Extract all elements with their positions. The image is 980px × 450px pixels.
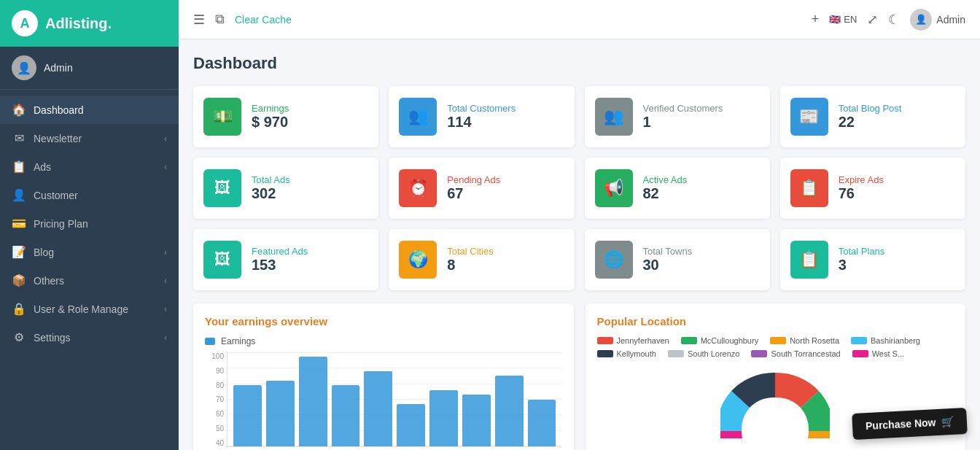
sidebar-user: 👤 Admin [0, 47, 179, 90]
chevron-icon: ‹ [164, 333, 167, 343]
stat-icon: 👥 [399, 98, 437, 136]
stat-icon: 💵 [203, 98, 241, 136]
legend-dot [597, 337, 613, 344]
external-link-button[interactable]: ⧉ [215, 12, 225, 27]
stat-info: Total Customers 114 [447, 103, 516, 131]
stat-value: 114 [447, 114, 516, 131]
chart-bar [299, 357, 327, 446]
add-button[interactable]: + [812, 12, 820, 27]
brand-icon: A [12, 10, 38, 36]
sidebar-item-settings[interactable]: ⚙ Settings ‹ [0, 323, 179, 352]
stat-card-2[interactable]: 👥 Verified Customers 1 [585, 86, 770, 147]
topbar-left: ☰ ⧉ Clear Cache [193, 12, 801, 28]
stat-card-1[interactable]: 👥 Total Customers 114 [389, 86, 574, 147]
sidebar-item-user-&-role-manage[interactable]: 🔒 User & Role Manage ‹ [0, 295, 179, 323]
sidebar-item-newsletter[interactable]: ✉ Newsletter ‹ [0, 124, 179, 152]
stat-label: Total Cities [447, 246, 494, 257]
sidebar-item-ads[interactable]: 📋 Ads ‹ [0, 152, 179, 181]
stat-card-10[interactable]: 🌐 Total Towns 30 [585, 229, 770, 290]
chevron-icon: ‹ [164, 247, 167, 257]
legend-item: South Torrancestad [751, 349, 840, 358]
sidebar-item-others[interactable]: 📦 Others ‹ [0, 266, 179, 295]
stat-info: Active Ads 82 [643, 174, 688, 202]
legend-dot [681, 337, 697, 344]
user-name: Admin [44, 62, 73, 74]
y-label: 90 [205, 367, 224, 375]
language-button[interactable]: 🇬🇧 EN [829, 14, 857, 25]
stat-info: Expire Ads 76 [839, 174, 884, 202]
nav-icon: ✉ [12, 131, 26, 145]
stat-label: Total Towns [643, 246, 693, 257]
topbar-right: + 🇬🇧 EN ⤢ ☾ 👤 Admin [812, 9, 965, 31]
stats-grid: 💵 Earnings $ 970 👥 Total Customers 114 👥… [193, 86, 965, 290]
stat-value: 82 [643, 185, 688, 202]
stat-label: Verified Customers [643, 103, 723, 114]
stat-card-9[interactable]: 🌍 Total Cities 8 [389, 229, 574, 290]
sidebar-item-customer[interactable]: 👤 Customer [0, 181, 179, 209]
main-panel: ☰ ⧉ Clear Cache + 🇬🇧 EN ⤢ ☾ 👤 Admin Dash… [179, 0, 980, 450]
stat-card-7[interactable]: 📋 Expire Ads 76 [780, 158, 965, 219]
sidebar-item-blog[interactable]: 📝 Blog ‹ [0, 238, 179, 266]
lang-label: EN [844, 14, 857, 25]
nav-icon: 🏠 [12, 103, 26, 117]
nav-icon: 👤 [12, 188, 26, 202]
nav-icon: 💳 [12, 217, 26, 230]
expand-button[interactable]: ⤢ [867, 12, 878, 28]
stat-info: Verified Customers 1 [643, 103, 723, 131]
stat-icon: 🖼 [203, 169, 241, 207]
stat-value: $ 970 [252, 114, 289, 131]
dark-mode-button[interactable]: ☾ [888, 12, 900, 28]
stat-info: Pending Ads 67 [447, 174, 500, 202]
legend-item: Jennyferhaven [597, 336, 669, 345]
stat-card-4[interactable]: 🖼 Total Ads 302 [193, 158, 378, 219]
clear-cache-button[interactable]: Clear Cache [235, 14, 292, 26]
stat-icon: 📋 [790, 241, 828, 279]
page-title: Dashboard [193, 54, 965, 73]
nav-icon: 🔒 [12, 302, 26, 316]
grid-line [228, 352, 562, 353]
stat-card-8[interactable]: 🖼 Featured Ads 153 [193, 229, 378, 290]
stat-card-0[interactable]: 💵 Earnings $ 970 [193, 86, 378, 147]
stat-card-6[interactable]: 📢 Active Ads 82 [585, 158, 770, 219]
nav-icon: 📦 [12, 274, 26, 287]
nav-label: Blog [34, 247, 54, 258]
brand-name: Adlisting. [45, 15, 112, 32]
sidebar-item-dashboard[interactable]: 🏠 Dashboard [0, 96, 179, 124]
menu-toggle-button[interactable]: ☰ [193, 12, 205, 28]
brand: A Adlisting. [0, 0, 179, 47]
nav-icon: 📋 [12, 160, 26, 174]
nav-label: Newsletter [34, 133, 82, 144]
chart-bar [429, 390, 458, 446]
stat-label: Total Customers [447, 103, 516, 114]
earnings-panel-title: Your earnings overview [205, 315, 562, 327]
nav-label: Customer [34, 190, 78, 201]
stat-value: 76 [839, 185, 884, 202]
stat-value: 22 [839, 114, 902, 131]
pie-legend: Jennyferhaven McCulloughbury North Roset… [597, 336, 954, 358]
stat-info: Total Towns 30 [643, 246, 693, 274]
nav-label: User & Role Manage [34, 303, 128, 315]
stat-icon: 📢 [595, 169, 633, 207]
purchase-label: Purchase Now [865, 416, 936, 432]
chart-bar [332, 385, 360, 446]
nav-label: Others [34, 275, 64, 287]
admin-label: Admin [936, 14, 965, 26]
admin-menu-button[interactable]: 👤 Admin [910, 9, 965, 31]
y-label: 50 [205, 424, 224, 432]
legend-dot [668, 350, 684, 357]
sidebar-item-pricing-plan[interactable]: 💳 Pricing Plan [0, 209, 179, 238]
stat-card-11[interactable]: 📋 Total Plans 3 [780, 229, 965, 290]
sidebar: A Adlisting. 👤 Admin 🏠 Dashboard ✉ Newsl… [0, 0, 179, 450]
legend-item: South Lorenzo [668, 349, 740, 358]
stat-label: Featured Ads [252, 246, 308, 257]
grid-line [228, 368, 562, 368]
legend-dot [770, 337, 786, 344]
content-area: Dashboard 💵 Earnings $ 970 👥 Total Custo… [179, 39, 980, 450]
stat-card-3[interactable]: 📰 Total Blog Post 22 [780, 86, 965, 147]
nav-label: Dashboard [34, 104, 84, 116]
stat-value: 302 [252, 185, 290, 202]
stat-icon: 🌐 [595, 241, 633, 279]
stat-card-5[interactable]: ⏰ Pending Ads 67 [389, 158, 574, 219]
stat-icon: 🌍 [399, 241, 437, 279]
legend-item: North Rosetta [770, 336, 839, 345]
